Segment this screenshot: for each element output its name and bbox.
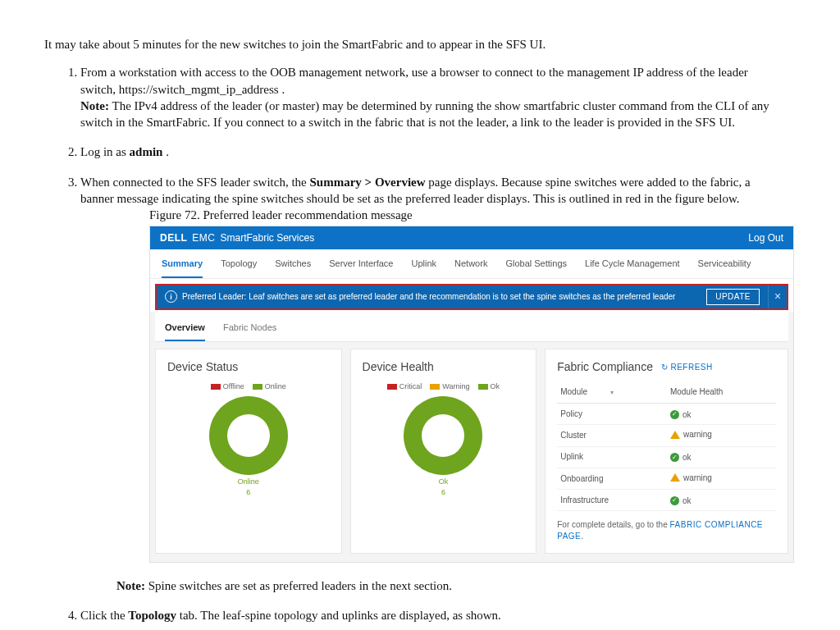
document-page: It may take about 5 minutes for the new …: [0, 0, 840, 630]
card-title-status: Device Status: [167, 359, 330, 375]
sfs-brand: DELLEMC SmartFabric Services: [160, 231, 314, 244]
cell-module: Policy: [557, 404, 667, 425]
note-label-2: Note:: [116, 579, 145, 592]
step-2: Log in as admin .: [80, 144, 796, 160]
tab-network[interactable]: Network: [454, 258, 487, 278]
step-3-breadcrumb: Summary > Overview: [310, 176, 426, 189]
table-row: Onboardingwarning: [557, 468, 776, 489]
cell-health: warning: [667, 425, 776, 446]
tab-server-interface[interactable]: Server Interface: [329, 258, 393, 278]
step-2-admin: admin: [130, 145, 163, 158]
swatch-offline: [211, 384, 221, 390]
swatch-ok: [478, 384, 488, 390]
step-4c: tab. The leaf-spine topology and uplinks…: [176, 609, 501, 622]
cell-health: ✓ok: [667, 489, 776, 510]
legend-critical: Critical: [399, 381, 422, 391]
th-module[interactable]: Module: [557, 381, 667, 403]
steps-list: From a workstation with access to the OO…: [64, 64, 796, 623]
warning-icon: [670, 473, 680, 482]
swatch-critical: [387, 384, 397, 390]
brand-emc: EMC: [192, 231, 215, 244]
check-icon: ✓: [670, 496, 679, 505]
tab-global-settings[interactable]: Global Settings: [505, 258, 567, 278]
update-button[interactable]: UPDATE: [706, 289, 760, 305]
post-figure-note: Note: Spine switches are set as preferre…: [116, 578, 771, 594]
step-4: Click the Topology tab. The leaf-spine t…: [80, 607, 796, 623]
status-donut-label: Online6: [167, 477, 330, 496]
brand-dell: DELL: [160, 231, 187, 244]
info-icon: i: [165, 290, 177, 303]
preferred-leader-banner: i Preferred Leader: Leaf switches are se…: [157, 285, 768, 308]
tab-topology[interactable]: Topology: [221, 258, 257, 278]
step-2a: Log in as: [80, 145, 130, 158]
tab-uplink[interactable]: Uplink: [411, 258, 436, 278]
cell-health: ✓ok: [667, 404, 776, 425]
check-icon: ✓: [670, 410, 679, 419]
sfs-topbar: DELLEMC SmartFabric Services Log Out: [150, 226, 793, 249]
swatch-warning: [430, 384, 440, 390]
card-title-health: Device Health: [363, 359, 525, 375]
health-donut: [404, 396, 482, 475]
check-icon: ✓: [670, 453, 679, 462]
tab-lifecycle[interactable]: Life Cycle Management: [585, 258, 680, 278]
subtab-fabric-nodes[interactable]: Fabric Nodes: [223, 322, 276, 342]
step-1-note: The IPv4 address of the leader (or maste…: [80, 99, 769, 129]
banner-text: Preferred Leader: Leaf switches are set …: [182, 291, 675, 303]
sfs-cards: Device Status Offline Online Online6: [155, 349, 788, 554]
sfs-subtabs: Overview Fabric Nodes: [155, 312, 788, 343]
legend-offline: Offline: [223, 381, 244, 391]
cell-module: Onboarding: [557, 468, 667, 489]
intro-text: It may take about 5 minutes for the new …: [44, 36, 796, 52]
banner-close-button[interactable]: ×: [768, 285, 787, 308]
legend-online: Online: [265, 381, 286, 391]
subtab-overview[interactable]: Overview: [165, 322, 205, 342]
health-donut-label: Ok6: [363, 477, 525, 496]
legend-ok: Ok: [491, 381, 500, 391]
health-legend: Critical Warning Ok: [363, 381, 525, 391]
sfs-main-tabs: Summary Topology Switches Server Interfa…: [150, 249, 793, 279]
legend-warning: Warning: [442, 381, 469, 391]
preferred-leader-banner-outline: i Preferred Leader: Leaf switches are se…: [155, 284, 788, 310]
card-device-status: Device Status Offline Online Online6: [155, 349, 342, 554]
compliance-footer-text: For complete details, go to the: [557, 520, 669, 529]
sfs-screenshot: DELLEMC SmartFabric Services Log Out Sum…: [149, 226, 794, 563]
status-donut: [209, 396, 288, 475]
th-module-health: Module Health: [667, 381, 776, 403]
post-figure-note-text: Spine switches are set as preferred lead…: [145, 579, 452, 592]
refresh-icon: ↻: [661, 362, 669, 373]
cell-module: Cluster: [557, 425, 667, 446]
compliance-footer: For complete details, go to the FABRIC C…: [557, 519, 776, 541]
step-3: When connected to the SFS leader switch,…: [80, 174, 796, 595]
step-1-text: From a workstation with access to the OO…: [80, 66, 748, 95]
tab-switches[interactable]: Switches: [275, 258, 311, 278]
warning-icon: [670, 431, 680, 439]
note-label: Note:: [80, 99, 109, 112]
table-row: Policy✓ok: [557, 404, 776, 425]
refresh-link[interactable]: ↻ REFRESH: [661, 362, 713, 373]
figure-caption: Figure 72. Preferred leader recommendati…: [149, 207, 771, 223]
swatch-online: [253, 384, 262, 390]
card-fabric-compliance: Fabric Compliance ↻ REFRESH Module: [545, 349, 788, 554]
step-2c: .: [162, 145, 169, 158]
step-4a: Click the: [80, 609, 128, 622]
tab-serviceability[interactable]: Serviceability: [698, 258, 751, 278]
card-device-health: Device Health Critical Warning Ok Ok6: [350, 349, 537, 554]
compliance-table: Module Module Health Policy✓okClusterwar…: [557, 381, 776, 511]
step-1: From a workstation with access to the OO…: [80, 64, 796, 130]
logout-link[interactable]: Log Out: [748, 231, 783, 244]
cell-health: warning: [667, 468, 776, 489]
refresh-label: REFRESH: [670, 362, 712, 373]
table-row: Clusterwarning: [557, 425, 776, 446]
cell-module: Infrastructure: [557, 489, 667, 510]
brand-service: SmartFabric Services: [221, 231, 315, 244]
cell-module: Uplink: [557, 446, 667, 468]
compliance-tbody: Policy✓okClusterwarningUplink✓okOnboardi…: [557, 404, 776, 511]
tab-summary[interactable]: Summary: [162, 258, 203, 278]
sfs-body: Overview Fabric Nodes Device Status Offl…: [150, 312, 793, 563]
cell-health: ✓ok: [667, 446, 776, 468]
status-legend: Offline Online: [167, 381, 330, 391]
card-title-compliance: Fabric Compliance: [557, 359, 653, 375]
step-4-topology: Topology: [128, 609, 176, 622]
table-row: Uplink✓ok: [557, 446, 776, 468]
table-row: Infrastructure✓ok: [557, 489, 776, 510]
